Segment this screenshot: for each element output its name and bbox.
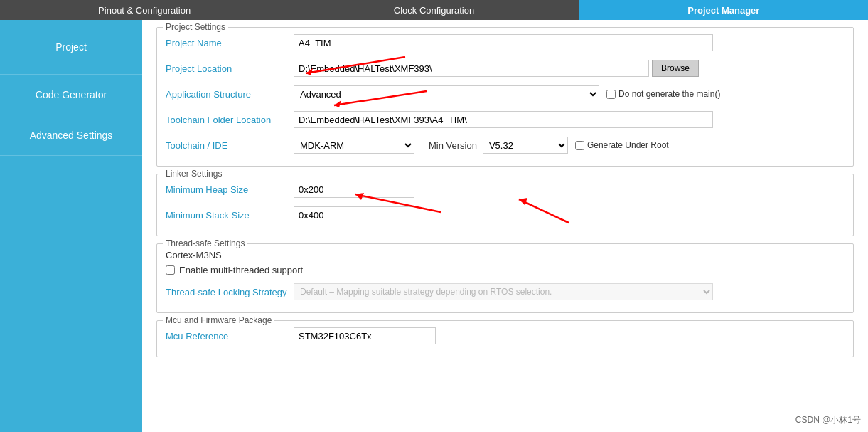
toolchain-folder-input[interactable] — [294, 111, 713, 128]
sidebar-item-advanced-settings[interactable]: Advanced Settings — [0, 115, 142, 156]
toolchain-ide-row: Toolchain / IDE MDK-ARM Min Version V5.3… — [166, 136, 845, 154]
nav-project-manager[interactable]: Project Manager — [579, 0, 868, 20]
locking-strategy-control: Default – Mapping suitable strategy depe… — [294, 283, 845, 300]
app-structure-control: Advanced Do not generate the main() — [294, 85, 845, 102]
mcu-firmware-title: Mcu and Firmware Package — [163, 315, 274, 325]
enable-thread-label: Enable multi-threaded support — [179, 265, 303, 275]
project-settings-title: Project Settings — [163, 22, 228, 32]
enable-thread-row: Enable multi-threaded support — [166, 265, 845, 275]
mcu-ref-row: Mcu Reference — [166, 327, 845, 345]
mcu-ref-label: Mcu Reference — [166, 331, 294, 342]
project-name-control — [294, 34, 845, 51]
min-heap-label: Minimum Heap Size — [166, 184, 294, 195]
min-version-select[interactable]: V5.32 — [483, 137, 568, 154]
min-heap-row: Minimum Heap Size — [166, 180, 845, 199]
project-settings-section: Project Settings Project Name Project Lo… — [156, 27, 854, 167]
top-nav: Pinout & Configuration Clock Configurati… — [0, 0, 868, 20]
project-location-row: Project Location Browse — [166, 59, 845, 78]
main-layout: Project Code Generator Advanced Settings… — [0, 20, 868, 432]
app-structure-label: Application Structure — [166, 89, 294, 100]
project-location-input[interactable] — [294, 60, 649, 77]
toolchain-ide-label: Toolchain / IDE — [166, 140, 294, 151]
watermark: CSDN @小林1号 — [795, 414, 861, 426]
generate-under-root-area: Generate Under Root — [575, 140, 669, 150]
do-not-generate-area: Do not generate the main() — [606, 89, 720, 99]
sidebar-item-project[interactable]: Project — [0, 20, 142, 75]
min-heap-control — [294, 181, 845, 198]
min-stack-row: Minimum Stack Size — [166, 206, 845, 224]
project-location-control: Browse — [294, 60, 845, 77]
generate-under-root-label: Generate Under Root — [587, 140, 669, 150]
enable-thread-checkbox[interactable] — [166, 265, 175, 275]
app-structure-select[interactable]: Advanced — [294, 85, 599, 102]
nav-pinout[interactable]: Pinout & Configuration — [0, 0, 289, 20]
toolchain-folder-row: Toolchain Folder Location — [166, 110, 845, 129]
toolchain-ide-select[interactable]: MDK-ARM — [294, 137, 414, 154]
project-name-row: Project Name — [166, 33, 845, 52]
toolchain-ide-control: MDK-ARM Min Version V5.32 Generate Under… — [294, 137, 845, 154]
browse-button[interactable]: Browse — [652, 60, 699, 77]
sidebar: Project Code Generator Advanced Settings — [0, 20, 142, 432]
locking-strategy-select[interactable]: Default – Mapping suitable strategy depe… — [294, 283, 713, 300]
generate-under-root-checkbox[interactable] — [575, 141, 584, 150]
mcu-ref-control — [294, 327, 845, 344]
linker-settings-section: Linker Settings Minimum Heap Size Minimu… — [156, 174, 854, 236]
locking-strategy-label: Thread-safe Locking Strategy — [166, 287, 294, 297]
project-name-input[interactable] — [294, 34, 713, 51]
min-version-group: Min Version V5.32 Generate Under Root — [429, 137, 669, 154]
do-not-generate-checkbox[interactable] — [606, 90, 616, 99]
min-stack-control — [294, 206, 845, 223]
toolchain-folder-control — [294, 111, 845, 128]
project-name-label: Project Name — [166, 38, 294, 48]
mcu-firmware-section: Mcu and Firmware Package Mcu Reference — [156, 320, 854, 357]
content-area: Project Settings Project Name Project Lo… — [142, 20, 868, 432]
app-structure-row: Application Structure Advanced Do not ge… — [166, 85, 845, 103]
min-stack-input[interactable] — [294, 206, 414, 223]
project-location-label: Project Location — [166, 63, 294, 74]
linker-settings-title: Linker Settings — [163, 169, 225, 179]
locking-strategy-row: Thread-safe Locking Strategy Default – M… — [166, 283, 845, 301]
min-heap-input[interactable] — [294, 181, 414, 198]
sidebar-item-code-generator[interactable]: Code Generator — [0, 75, 142, 115]
mcu-ref-input[interactable] — [294, 327, 436, 344]
toolchain-folder-label: Toolchain Folder Location — [166, 115, 294, 125]
thread-safe-section: Thread-safe Settings Cortex-M3NS Enable … — [156, 243, 854, 313]
do-not-generate-label: Do not generate the main() — [618, 89, 720, 99]
min-stack-label: Minimum Stack Size — [166, 210, 294, 221]
min-version-label: Min Version — [429, 140, 477, 151]
nav-clock[interactable]: Clock Configuration — [289, 0, 579, 20]
thread-safe-title: Thread-safe Settings — [163, 238, 247, 248]
cortex-label: Cortex-M3NS — [166, 250, 845, 260]
